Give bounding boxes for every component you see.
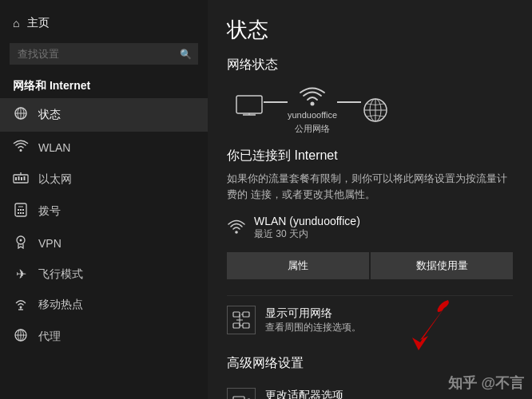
main-wrapper: 状态 网络状态 yu [208,0,532,399]
sidebar-search-container: 🔍 [10,43,198,65]
airplane-icon: ✈ [13,267,29,282]
svg-rect-39 [233,323,240,328]
sidebar-item-status[interactable]: 状态 [0,98,208,132]
show-networks-title: 显示可用网络 [265,306,361,321]
sidebar: ⌂ 主页 🔍 网络和 Internet 状态 [0,0,208,399]
svg-point-4 [20,149,22,152]
svg-rect-28 [236,96,262,113]
show-networks-sub: 查看周围的连接选项。 [265,321,361,334]
network-diagram: yunduooffice 公用网络 [227,85,513,135]
svg-rect-40 [243,323,249,328]
svg-rect-13 [18,209,19,211]
globe-svg [361,96,390,124]
net-line-1 [264,101,288,103]
wlan-icon [13,139,29,156]
wlan-info: WLAN (yunduooffice) 最近 30 天内 [254,215,360,241]
svg-rect-37 [233,312,240,317]
zhihu-watermark: 知乎 @不言 [448,373,524,393]
sidebar-item-ethernet-label: 以太网 [38,172,72,187]
hotspot-icon [13,296,29,314]
svg-rect-18 [22,212,24,214]
sidebar-item-ethernet[interactable]: 以太网 [0,164,208,196]
globe-icon-group [361,96,390,124]
sidebar-item-airplane[interactable]: ✈ 飞行模式 [0,259,208,289]
svg-rect-6 [15,177,17,180]
svg-rect-8 [21,177,22,180]
wifi-svg [298,85,327,107]
svg-point-20 [20,239,22,242]
main-content: 状态 网络状态 yu [208,0,532,399]
page-title: 状态 [227,16,513,44]
vpn-icon [13,235,29,252]
network-status-title: 网络状态 [227,57,513,73]
sidebar-item-wlan-label: WLAN [38,141,70,154]
svg-rect-14 [20,209,22,211]
sidebar-item-hotspot-label: 移动热点 [38,298,83,312]
sidebar-section-title: 网络和 Internet [0,73,208,98]
sidebar-item-dialup-label: 拨号 [38,204,61,219]
network-type-label: 公用网络 [295,123,330,135]
connected-title: 你已连接到 Internet [227,148,513,164]
adapter-text: 更改适配器选项 查看网络适配器并更改连接设置。 [265,389,409,400]
connected-sub: 如果你的流量套餐有限制，则你可以将此网络设置为按流量计费的 连接，或者更改其他属… [227,171,513,202]
network-name-label: yunduooffice [288,110,337,120]
sidebar-home-button[interactable]: ⌂ 主页 [0,8,208,38]
svg-rect-7 [18,176,20,180]
wifi-icon-group: yunduooffice 公用网络 [288,85,337,135]
sidebar-home-label: 主页 [27,16,50,30]
wlan-days: 最近 30 天内 [254,227,360,241]
sidebar-item-proxy[interactable]: 代理 [0,321,208,353]
ethernet-icon [13,171,29,188]
dialup-icon [13,203,29,220]
svg-rect-17 [20,212,22,214]
show-networks-icon [227,306,256,334]
sidebar-item-dialup[interactable]: 拨号 [0,196,208,227]
monitor-spacer [235,121,264,126]
net-line-2 [337,101,361,103]
wlan-signal-icon [227,218,246,238]
svg-point-31 [311,102,315,106]
svg-point-21 [20,306,22,309]
status-icon [13,105,29,124]
sidebar-item-airplane-label: 飞行模式 [38,267,83,282]
svg-rect-16 [18,212,19,214]
proxy-icon [13,328,29,346]
sidebar-item-vpn-label: VPN [38,237,62,250]
svg-rect-38 [243,312,249,317]
monitor-svg [235,94,264,118]
adapter-icon [227,388,256,399]
sidebar-item-wlan[interactable]: WLAN [0,132,208,164]
search-input[interactable] [10,43,198,65]
sidebar-item-status-label: 状态 [38,108,61,122]
properties-button[interactable]: 属性 [227,252,369,279]
show-networks-text: 显示可用网络 查看周围的连接选项。 [265,306,361,334]
show-networks-row[interactable]: 显示可用网络 查看周围的连接选项。 [227,295,513,344]
search-icon: 🔍 [180,49,192,60]
data-usage-button[interactable]: 数据使用量 [371,252,513,279]
wlan-row: WLAN (yunduooffice) 最近 30 天内 [227,215,513,241]
sidebar-item-proxy-label: 代理 [38,330,61,344]
advanced-title: 高级网络设置 [227,355,513,372]
svg-point-36 [235,231,238,234]
adapter-title: 更改适配器选项 [265,389,409,400]
home-icon: ⌂ [13,17,19,30]
wlan-name: WLAN (yunduooffice) [254,215,360,227]
sidebar-item-hotspot[interactable]: 移动热点 [0,289,208,321]
btn-row: 属性 数据使用量 [227,252,513,279]
svg-rect-9 [24,176,26,180]
monitor-icon-group [235,94,264,126]
svg-rect-15 [22,209,24,211]
sidebar-item-vpn[interactable]: VPN [0,227,208,259]
